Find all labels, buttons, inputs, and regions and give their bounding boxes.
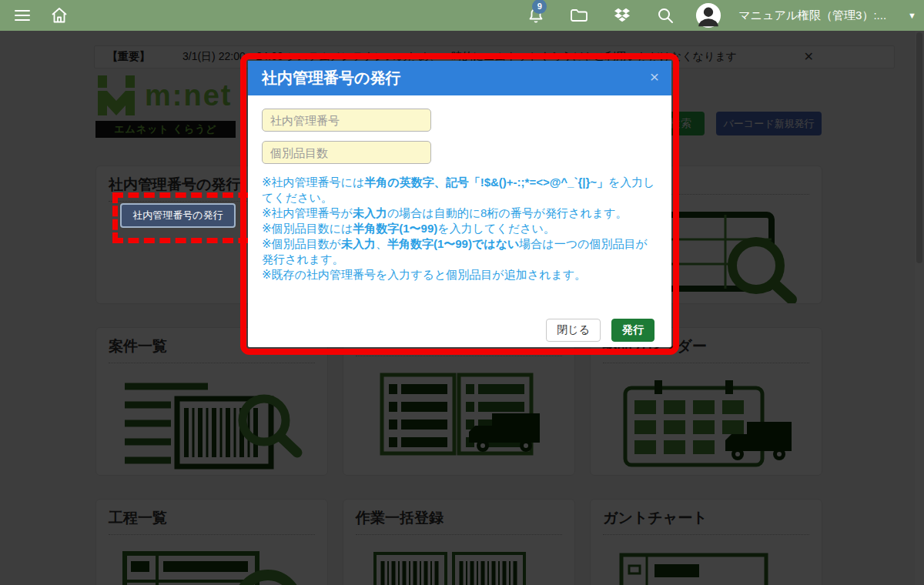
modal-title: 社内管理番号の発行 xyxy=(262,68,400,89)
hamburger-menu-icon[interactable] xyxy=(9,2,35,28)
issue-internal-number-modal: 社内管理番号の発行 × ※社内管理番号には半角の英数字、記号「!$&()+-:;… xyxy=(248,61,671,347)
item-count-input[interactable] xyxy=(262,141,431,164)
issue-button[interactable]: 発行 xyxy=(611,319,654,342)
note-line: ※個別品目数が未入力、半角数字(1〜99)ではない場合は一つの個別品目が発行され… xyxy=(262,236,658,267)
modal-header: 社内管理番号の発行 xyxy=(248,61,671,95)
modal-close-icon[interactable]: × xyxy=(650,69,659,85)
notifications-bell-icon[interactable]: 9 xyxy=(523,2,549,28)
modal-notes: ※社内管理番号には半角の英数字、記号「!$&()+-:;*=<>@^_`{|}~… xyxy=(262,175,658,282)
note-line: ※社内管理番号には半角の英数字、記号「!$&()+-:;*=<>@^_`{|}~… xyxy=(262,175,658,206)
dropbox-icon[interactable] xyxy=(609,2,635,28)
search-icon[interactable] xyxy=(652,2,678,28)
folder-icon[interactable] xyxy=(566,2,592,28)
modal-body: ※社内管理番号には半角の英数字、記号「!$&()+-:;*=<>@^_`{|}~… xyxy=(248,95,671,282)
issue-internal-number-button[interactable]: 社内管理番号の発行 xyxy=(120,203,236,228)
top-navbar: 9 マニュアル権限（管理3）:... ▼ xyxy=(0,0,924,31)
avatar[interactable] xyxy=(695,2,721,28)
chevron-down-icon[interactable]: ▼ xyxy=(908,11,916,20)
home-icon[interactable] xyxy=(46,2,72,28)
app-root: 9 マニュアル権限（管理3）:... ▼ 【重要】 3/1(日) 22:00～2… xyxy=(0,0,924,585)
note-line: ※個別品目数には半角数字(1〜99)を入力してください。 xyxy=(262,221,658,236)
user-menu-label[interactable]: マニュアル権限（管理3）:... xyxy=(738,8,886,23)
modal-footer: 閉じる 発行 xyxy=(546,319,654,342)
note-line: ※既存の社内管理番号を入力すると個別品目が追加されます。 xyxy=(262,267,658,282)
internal-number-input[interactable] xyxy=(262,109,431,132)
close-button[interactable]: 閉じる xyxy=(546,319,601,342)
note-line: ※社内管理番号が未入力の場合は自動的に8桁の番号が発行されます。 xyxy=(262,206,658,221)
